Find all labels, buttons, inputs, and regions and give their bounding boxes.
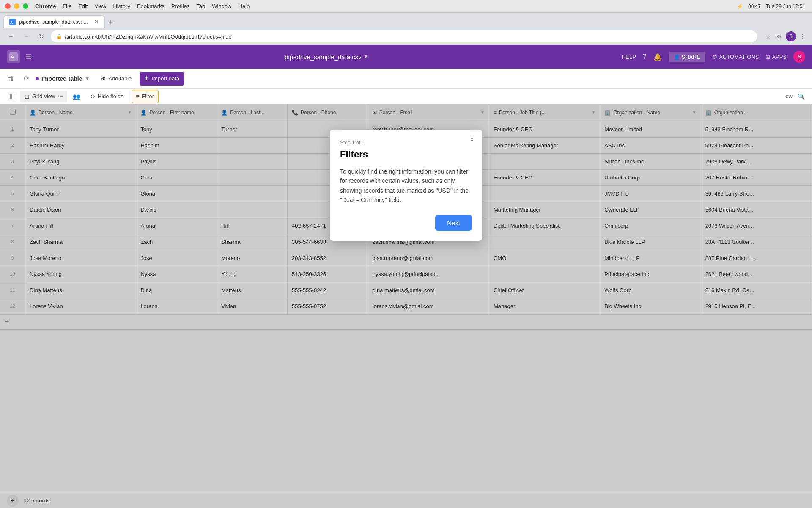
apps-icon: ⊞ xyxy=(765,54,770,60)
menu-profiles[interactable]: Profiles xyxy=(171,3,189,9)
notifications-icon[interactable]: 🔔 xyxy=(653,53,662,61)
reload-btn[interactable]: ↻ xyxy=(36,30,47,42)
traffic-lights xyxy=(5,3,28,9)
header-title-area: pipedrive_sample_data.csv ▼ xyxy=(36,53,617,61)
hamburger-icon[interactable]: ☰ xyxy=(25,53,31,61)
tab-favicon: A xyxy=(9,19,16,25)
sidebar-toggle-btn[interactable] xyxy=(5,91,17,102)
fullscreen-window-btn[interactable] xyxy=(23,3,28,9)
filter-btn[interactable]: ≡ Filter xyxy=(132,90,159,103)
apps-btn[interactable]: ⊞ APPS xyxy=(765,54,787,60)
table-name-dropdown[interactable]: ▼ xyxy=(85,76,90,82)
table-name-label: Imported table xyxy=(41,75,82,82)
new-tab-btn[interactable]: ＋ xyxy=(105,16,117,28)
svg-text:A: A xyxy=(11,54,14,60)
header-actions: HELP ? 🔔 👤 SHARE ⚙ AUTOMATIONS ⊞ APPS S xyxy=(622,51,805,63)
menu-help[interactable]: Help xyxy=(239,3,250,9)
svg-rect-5 xyxy=(11,94,14,99)
menu-history[interactable]: History xyxy=(113,3,130,9)
hide-fields-icon: ⊘ xyxy=(91,93,95,99)
header-title: pipedrive_sample_data.csv xyxy=(285,53,362,61)
import-icon: ⬆ xyxy=(144,75,149,82)
url-text: airtable.com/tblUhATZDzmqnXak7/viwMnILO6… xyxy=(65,33,752,40)
view-actions: ew 🔍 xyxy=(785,91,807,102)
table-name-badge: Imported table ▼ xyxy=(36,75,90,82)
address-bar[interactable]: 🔒 airtable.com/tblUhATZDzmqnXak7/viwMnIL… xyxy=(51,30,757,42)
browser-actions: ☆ ⚙ S ⋮ xyxy=(764,31,807,41)
app-header: A ☰ pipedrive_sample_data.csv ▼ HELP ? 🔔… xyxy=(0,45,812,69)
add-table-btn[interactable]: ⊕ Add table xyxy=(96,72,136,86)
extensions-icon[interactable]: ⚙ xyxy=(775,32,783,41)
browser-chrome: A pipedrive_sample_data.csv: Im... ✕ ＋ ←… xyxy=(0,13,812,45)
hide-fields-btn[interactable]: ⊘ Hide fields xyxy=(86,90,128,103)
menu-tab[interactable]: Tab xyxy=(196,3,205,9)
menu-bookmarks[interactable]: Bookmarks xyxy=(137,3,165,9)
bookmark-star-icon[interactable]: ☆ xyxy=(764,32,772,41)
modal-body: To quickly find the right information, y… xyxy=(340,167,472,205)
trash-icon-btn[interactable]: 🗑 xyxy=(5,73,17,85)
app-logo: A xyxy=(7,50,20,64)
close-window-btn[interactable] xyxy=(5,3,11,9)
battery-time-label: 00:47 xyxy=(748,3,761,9)
menu-view[interactable]: View xyxy=(94,3,106,9)
clock-label: Tue 29 Jun 12:51 xyxy=(766,3,805,9)
collaborators-icon-btn[interactable]: 👥 xyxy=(71,91,82,102)
automations-icon: ⚙ xyxy=(712,54,717,60)
grid-view-icon: ⊞ xyxy=(25,93,30,100)
modal-title: Filters xyxy=(340,149,472,160)
back-btn[interactable]: ← xyxy=(5,30,17,42)
help-icon[interactable]: ? xyxy=(643,53,647,61)
history-icon-btn[interactable]: ⟳ xyxy=(20,73,32,85)
svg-rect-4 xyxy=(8,94,11,99)
help-label[interactable]: HELP xyxy=(622,54,636,60)
add-table-icon: ⊕ xyxy=(101,75,106,82)
share-icon: 👤 xyxy=(674,54,680,60)
app-shell: A ☰ pipedrive_sample_data.csv ▼ HELP ? 🔔… xyxy=(0,45,812,508)
title-dropdown-arrow[interactable]: ▼ xyxy=(363,54,368,60)
menu-window[interactable]: Window xyxy=(212,3,231,9)
mac-titlebar: Chrome File Edit View History Bookmarks … xyxy=(0,0,812,13)
share-button[interactable]: 👤 SHARE xyxy=(669,52,705,62)
next-button[interactable]: Next xyxy=(435,215,472,231)
grid-view-tab[interactable]: ⊞ Grid view ••• xyxy=(20,91,67,102)
menu-edit[interactable]: Edit xyxy=(78,3,88,9)
user-avatar[interactable]: S xyxy=(793,51,805,63)
titlebar-right: ⚡ 00:47 Tue 29 Jun 12:51 xyxy=(737,3,805,9)
search-view-btn[interactable]: 🔍 xyxy=(795,91,807,102)
mac-menu: File Edit View History Bookmarks Profile… xyxy=(63,3,250,9)
forward-btn[interactable]: → xyxy=(20,30,32,42)
svg-text:A: A xyxy=(10,20,13,25)
sidebar-toggle-area: ☰ xyxy=(25,53,31,61)
browser-tab[interactable]: A pipedrive_sample_data.csv: Im... ✕ xyxy=(3,15,105,28)
lock-icon: 🔒 xyxy=(56,33,62,39)
view-row: ⊞ Grid view ••• 👥 ⊘ Hide fields ≡ Filter… xyxy=(0,89,812,104)
tab-bar: A pipedrive_sample_data.csv: Im... ✕ ＋ xyxy=(0,13,812,28)
grid-view-more[interactable]: ••• xyxy=(58,94,63,99)
modal-step-label: Step 1 of 5 xyxy=(340,140,472,146)
table-badge-dot xyxy=(36,77,39,80)
modal-close-btn[interactable]: × xyxy=(467,135,477,145)
address-bar-row: ← → ↻ 🔒 airtable.com/tblUhATZDzmqnXak7/v… xyxy=(0,28,812,45)
new-view-partial-label: ew xyxy=(785,93,793,99)
battery-time-icon: ⚡ xyxy=(737,3,743,9)
menu-file[interactable]: File xyxy=(63,3,71,9)
main-content: 👤 Person - Name ▼ 👤 Person - First name xyxy=(0,104,812,508)
modal-footer: Next xyxy=(340,215,472,231)
chrome-menu-icon[interactable]: ⋮ xyxy=(798,32,807,41)
profile-icon[interactable]: S xyxy=(786,31,796,41)
tab-close-btn[interactable]: ✕ xyxy=(93,19,99,25)
modal-overlay: × Step 1 of 5 Filters To quickly find th… xyxy=(0,104,812,508)
toolbar: 🗑 ⟳ Imported table ▼ ⊕ Add table ⬆ Impor… xyxy=(0,69,812,89)
grid-view-label: Grid view xyxy=(32,93,55,99)
automations-btn[interactable]: ⚙ AUTOMATIONS xyxy=(712,54,759,60)
tab-title: pipedrive_sample_data.csv: Im... xyxy=(19,19,89,25)
import-data-btn[interactable]: ⬆ Import data xyxy=(140,72,184,86)
filters-modal: × Step 1 of 5 Filters To quickly find th… xyxy=(330,130,482,241)
filter-icon: ≡ xyxy=(136,93,140,99)
app-name-label: Chrome xyxy=(35,3,56,9)
minimize-window-btn[interactable] xyxy=(14,3,19,9)
